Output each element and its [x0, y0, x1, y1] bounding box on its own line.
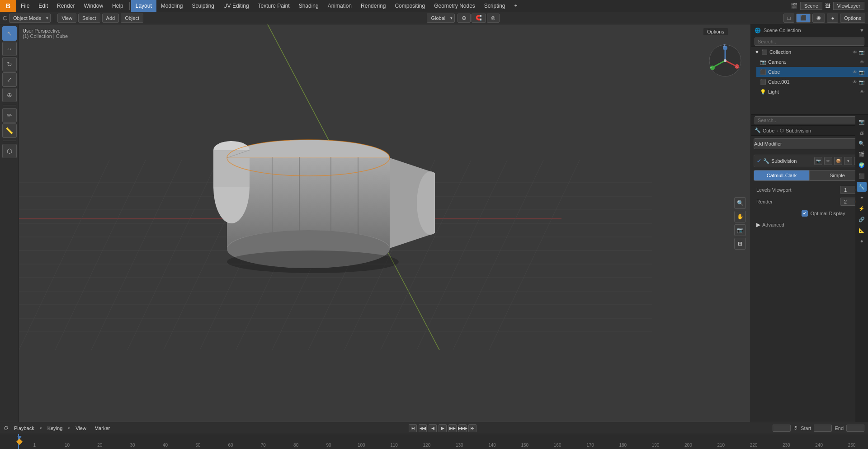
- workspace-compositing[interactable]: Compositing: [390, 0, 429, 12]
- viewport-shading-wireframe[interactable]: □: [783, 14, 795, 23]
- select-menu-btn[interactable]: Select: [78, 14, 100, 23]
- cube-render-icon[interactable]: 📷: [859, 70, 864, 75]
- optimal-display-checkbox[interactable]: ✔: [802, 210, 808, 217]
- timeline-ruler[interactable]: 1 10 20 30 40 50 60 70 80 90 100 110 120…: [0, 434, 868, 449]
- outliner-cube[interactable]: ⬛ Cube 👁 📷: [756, 67, 868, 77]
- view-menu-btn[interactable]: View: [57, 14, 76, 23]
- props-tab-output[interactable]: 🖨: [857, 128, 867, 137]
- view-menu-btn[interactable]: View: [73, 425, 89, 432]
- cube001-visibility-icon[interactable]: 👁: [853, 80, 857, 85]
- workspace-animation[interactable]: Animation: [323, 0, 356, 12]
- viewport-3d[interactable]: User Perspective (1) Collection | Cube O…: [19, 24, 750, 422]
- workspace-layout[interactable]: Layout: [131, 0, 156, 12]
- current-frame-input[interactable]: 1: [773, 425, 791, 432]
- viewport-shading-material[interactable]: ◉: [812, 14, 825, 23]
- tool-annotate[interactable]: ✏: [2, 108, 17, 123]
- playback-menu-btn[interactable]: Playback: [11, 425, 37, 432]
- properties-search-input[interactable]: [755, 116, 864, 124]
- viewport-options-btn[interactable]: Options: [703, 28, 728, 35]
- next-frame-btn[interactable]: ▶▶: [448, 424, 457, 432]
- workspace-geometry-nodes[interactable]: Geometry Nodes: [429, 0, 480, 12]
- viewport-shading-render[interactable]: ●: [827, 14, 838, 23]
- workspace-shading[interactable]: Shading: [294, 0, 323, 12]
- advanced-section[interactable]: ▶ Advanced: [754, 220, 865, 230]
- workspace-scripting[interactable]: Scripting: [480, 0, 510, 12]
- pivot-btn[interactable]: ⊕: [458, 14, 471, 23]
- menu-window[interactable]: Window: [79, 0, 108, 12]
- outliner-cube001[interactable]: ⬛ Cube.001 👁 📷: [756, 77, 868, 87]
- outliner-camera[interactable]: 📷 Camera 👁: [756, 57, 868, 67]
- modifier-render-icon[interactable]: 📦: [834, 157, 842, 165]
- workspace-modeling[interactable]: Modeling: [156, 0, 188, 12]
- light-visibility-icon[interactable]: 👁: [860, 90, 864, 95]
- viewport-camera-btn[interactable]: 📷: [734, 224, 746, 236]
- props-tab-world[interactable]: 🌍: [857, 160, 867, 170]
- render-icon[interactable]: 📷: [859, 50, 864, 55]
- tool-move[interactable]: ↔: [2, 42, 17, 56]
- proportional-btn[interactable]: ◎: [487, 14, 500, 23]
- props-tab-object[interactable]: ⬛: [857, 171, 867, 181]
- transform-global-dropdown[interactable]: Global: [427, 14, 455, 23]
- end-frame-input[interactable]: 250: [846, 425, 864, 432]
- prev-frame-btn[interactable]: ◀: [429, 424, 437, 432]
- catmull-clark-tab[interactable]: Catmull-Clark: [754, 170, 809, 181]
- tool-rotate[interactable]: ↻: [2, 57, 17, 71]
- workspace-add[interactable]: +: [510, 0, 522, 12]
- prev-keyframe-btn[interactable]: ◀◀: [419, 424, 427, 432]
- viewport-shading-solid[interactable]: ⬛: [796, 14, 811, 23]
- modifier-expand-icon[interactable]: ▾: [844, 157, 852, 165]
- tool-cursor[interactable]: ↖: [2, 26, 17, 41]
- options-btn[interactable]: Options: [840, 14, 865, 23]
- workspace-rendering[interactable]: Rendering: [356, 0, 390, 12]
- props-tab-render[interactable]: 📷: [857, 117, 867, 127]
- modifier-camera-icon[interactable]: 📷: [814, 157, 822, 165]
- modifier-edit-icon[interactable]: ✏: [824, 157, 832, 165]
- cube-visibility-icon[interactable]: 👁: [853, 70, 857, 75]
- menu-file[interactable]: File: [16, 0, 34, 12]
- props-tab-particles[interactable]: ✦: [857, 193, 867, 203]
- viewport-zoom-btn[interactable]: 🔍: [734, 197, 746, 209]
- outliner-search-input[interactable]: [755, 38, 864, 46]
- outliner-light[interactable]: 💡 Light 👁: [756, 87, 868, 97]
- snap-btn[interactable]: 🧲: [472, 14, 486, 23]
- tool-measure[interactable]: 📏: [2, 123, 17, 138]
- props-tab-material[interactable]: ●: [857, 236, 867, 246]
- tool-scale[interactable]: ⤢: [2, 72, 17, 87]
- workspace-texture-paint[interactable]: Texture Paint: [254, 0, 294, 12]
- add-modifier-btn[interactable]: Add Modifier ▾: [754, 138, 865, 149]
- props-tab-data[interactable]: 📐: [857, 225, 867, 235]
- start-frame-input[interactable]: 1: [814, 425, 832, 432]
- marker-menu-btn[interactable]: Marker: [92, 425, 113, 432]
- props-tab-modifier[interactable]: 🔧: [857, 182, 867, 192]
- workspace-uv-editing[interactable]: UV Editing: [219, 0, 254, 12]
- add-menu-btn[interactable]: Add: [102, 14, 119, 23]
- props-tab-scene[interactable]: 🎬: [857, 149, 867, 159]
- scene-selector[interactable]: Scene: [800, 2, 822, 10]
- cube001-render-icon[interactable]: 📷: [859, 80, 864, 85]
- outliner-collection[interactable]: ▼ ⬛ Collection 👁 📷: [751, 47, 868, 57]
- jump-end-btn[interactable]: ⏭: [468, 424, 476, 432]
- props-tab-view[interactable]: 🔍: [857, 138, 867, 148]
- viewport-pan-btn[interactable]: ✋: [734, 211, 746, 222]
- keying-menu-btn[interactable]: Keying: [45, 425, 66, 432]
- tool-transform[interactable]: ⊕: [2, 88, 17, 102]
- workspace-sculpting[interactable]: Sculpting: [188, 0, 219, 12]
- jump-start-btn[interactable]: ⏮: [409, 424, 417, 432]
- menu-render[interactable]: Render: [52, 0, 79, 12]
- menu-help[interactable]: Help: [108, 0, 128, 12]
- tool-add-cube[interactable]: ⬡: [2, 144, 17, 158]
- object-mode-dropdown[interactable]: Object Mode: [9, 14, 51, 23]
- menu-edit[interactable]: Edit: [34, 0, 52, 12]
- breadcrumb-object[interactable]: Cube: [763, 128, 774, 133]
- modifier-check-icon[interactable]: ✔: [757, 158, 761, 164]
- view-layer-selector[interactable]: ViewLayer: [833, 2, 864, 10]
- visibility-icon[interactable]: 👁: [853, 50, 857, 55]
- props-tab-physics[interactable]: ⚡: [857, 203, 867, 213]
- breadcrumb-modifier[interactable]: Subdivision: [786, 128, 811, 133]
- next-keyframe-btn[interactable]: ▶▶▶: [458, 424, 467, 432]
- viewport-grid-btn[interactable]: ⊞: [734, 238, 746, 250]
- outliner-filter-icon[interactable]: ▼: [859, 28, 864, 33]
- object-menu-btn[interactable]: Object: [121, 14, 143, 23]
- props-tab-constraints[interactable]: 🔗: [857, 214, 867, 224]
- camera-visibility-icon[interactable]: 👁: [860, 60, 864, 65]
